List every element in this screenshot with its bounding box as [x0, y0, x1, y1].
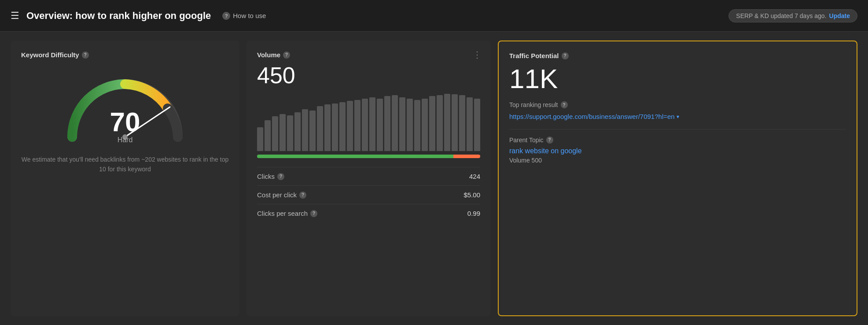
- clicks-help-icon[interactable]: ?: [277, 173, 284, 180]
- bar: [437, 95, 443, 151]
- divider: [509, 129, 846, 129]
- top-ranking-help-icon[interactable]: ?: [561, 101, 568, 108]
- clicks-label: Clicks ?: [257, 173, 284, 180]
- bar: [257, 127, 263, 151]
- volume-value: 450: [257, 62, 480, 89]
- update-badge: SERP & KD updated 7 days ago. Update: [728, 9, 857, 22]
- keyword-difficulty-title: Keyword Difficulty ?: [21, 51, 89, 59]
- bar: [384, 96, 390, 151]
- how-to-use-question-icon: ?: [222, 12, 230, 20]
- bar: [429, 96, 435, 151]
- volume-card: Volume ? ⋮ 450 Clicks ? 424 Cost per cli…: [246, 41, 491, 316]
- url-dropdown-arrow: ▾: [677, 113, 679, 121]
- main-content: Keyword Difficulty ?: [0, 32, 868, 325]
- volume-help-icon[interactable]: ?: [283, 52, 290, 59]
- keyword-difficulty-help-icon[interactable]: ?: [82, 52, 89, 59]
- bar: [354, 100, 360, 151]
- bar: [287, 115, 293, 151]
- volume-title: Volume ?: [257, 51, 480, 59]
- keyword-difficulty-description: We estimate that you'll need backlinks f…: [21, 155, 229, 174]
- parent-topic-label: Parent Topic ?: [509, 137, 846, 144]
- update-link[interactable]: Update: [829, 12, 850, 19]
- bar: [309, 111, 316, 151]
- bar: [452, 94, 458, 151]
- gauge-label: Hard: [118, 136, 133, 144]
- page-title: Overview: how to rank higher on google: [26, 10, 211, 22]
- parent-topic-help-icon[interactable]: ?: [546, 137, 553, 144]
- bar: [422, 99, 428, 151]
- how-to-use-label: How to use: [233, 12, 266, 19]
- bar: [302, 109, 308, 151]
- bar: [265, 120, 271, 151]
- traffic-potential-title: Traffic Potential ?: [509, 52, 846, 59]
- bar: [377, 99, 383, 151]
- bar: [444, 94, 450, 151]
- bar: [414, 100, 420, 151]
- cps-value: 0.99: [467, 210, 480, 217]
- bar: [317, 106, 323, 151]
- progress-orange: [453, 155, 480, 158]
- bar: [392, 95, 398, 151]
- bar: [407, 99, 413, 151]
- cps-row: Clicks per search ? 0.99: [257, 204, 480, 222]
- cps-label: Clicks per search ?: [257, 210, 317, 217]
- update-text: SERP & KD updated 7 days ago.: [736, 12, 826, 19]
- header: ☰ Overview: how to rank higher on google…: [0, 0, 868, 32]
- clicks-value: 424: [469, 173, 480, 180]
- cpc-help-icon[interactable]: ?: [299, 192, 306, 199]
- cps-help-icon[interactable]: ?: [310, 210, 317, 217]
- bar: [362, 99, 368, 151]
- gauge-score: 70: [110, 108, 140, 136]
- top-ranking-label: Top ranking result ?: [509, 101, 846, 108]
- traffic-potential-value: 11K: [509, 63, 846, 94]
- gauge: 70 Hard: [59, 66, 191, 146]
- bar: [459, 95, 465, 151]
- keyword-difficulty-card: Keyword Difficulty ?: [11, 41, 239, 316]
- bar: [294, 112, 301, 151]
- bar: [347, 101, 353, 151]
- traffic-potential-help-icon[interactable]: ?: [562, 52, 569, 59]
- parent-topic-volume: Volume 500: [509, 157, 846, 164]
- bar: [332, 103, 338, 151]
- progress-green: [257, 155, 453, 158]
- bar: [272, 116, 278, 151]
- parent-topic-link[interactable]: rank website on google: [509, 147, 846, 155]
- menu-icon[interactable]: ☰: [11, 11, 19, 21]
- volume-bar-chart: [257, 94, 480, 151]
- how-to-use-button[interactable]: ? How to use: [218, 9, 270, 22]
- bar: [474, 99, 480, 151]
- volume-progress-bar: [257, 155, 480, 158]
- volume-menu-icon[interactable]: ⋮: [473, 49, 482, 60]
- bar: [339, 102, 346, 151]
- cpc-label: Cost per click ?: [257, 191, 306, 199]
- bar: [369, 97, 375, 151]
- traffic-potential-card: Traffic Potential ? 11K Top ranking resu…: [498, 41, 857, 316]
- clicks-row: Clicks ? 424: [257, 167, 480, 185]
- bar: [324, 104, 331, 151]
- top-ranking-url[interactable]: https://support.google.com/business/answ…: [509, 112, 846, 122]
- bar: [399, 97, 405, 151]
- cpc-row: Cost per click ? $5.00: [257, 185, 480, 204]
- bar: [280, 114, 286, 151]
- cpc-value: $5.00: [463, 191, 480, 199]
- bar: [467, 97, 473, 151]
